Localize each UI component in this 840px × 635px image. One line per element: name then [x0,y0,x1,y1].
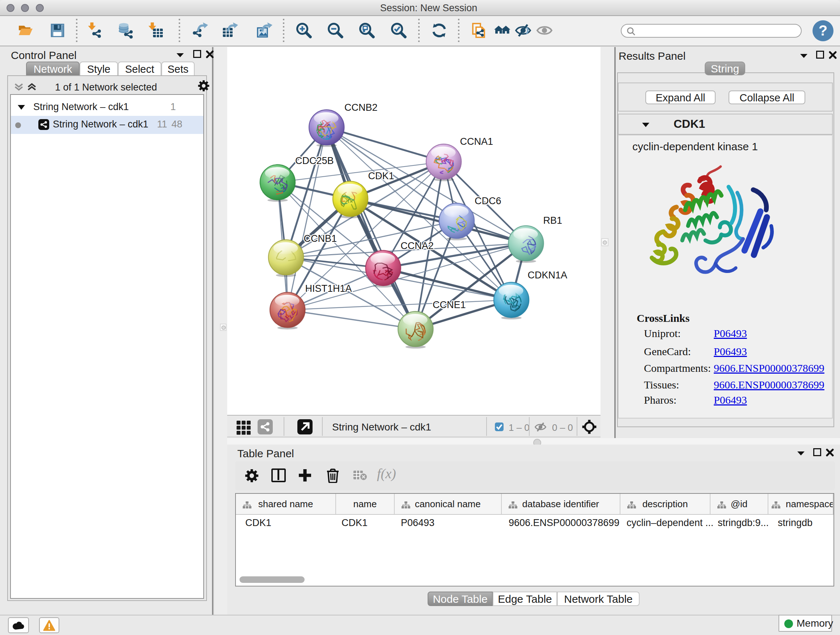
svg-text:CDKN1A: CDKN1A [527,270,567,280]
svg-text:HIST1H1A: HIST1H1A [305,283,352,294]
svg-text:CCNA1: CCNA1 [460,136,493,147]
svg-text:CDC25B: CDC25B [295,155,334,166]
svg-text:CCNA2: CCNA2 [401,241,434,251]
svg-text:CDC6: CDC6 [475,195,501,206]
svg-text:CCNB1: CCNB1 [304,233,337,244]
svg-text:CCNB2: CCNB2 [344,102,378,113]
svg-text:CDK1: CDK1 [368,171,394,181]
svg-text:RB1: RB1 [543,215,562,226]
svg-text:CCNE1: CCNE1 [433,299,466,310]
